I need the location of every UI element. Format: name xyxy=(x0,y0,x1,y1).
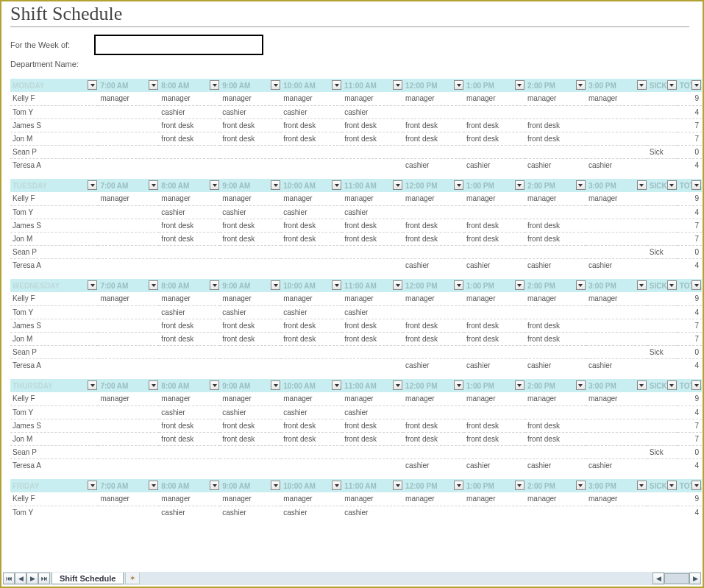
employee-name[interactable]: Tom Y xyxy=(10,205,98,219)
filter-dropdown-icon[interactable] xyxy=(637,180,647,190)
time-header[interactable]: 12:00 PM xyxy=(403,479,464,492)
shift-cell[interactable]: cashier xyxy=(464,258,525,272)
time-header[interactable]: 12:00 PM xyxy=(403,379,464,392)
filter-dropdown-icon[interactable] xyxy=(576,380,586,390)
shift-cell[interactable] xyxy=(403,506,464,519)
shift-cell[interactable] xyxy=(98,232,159,245)
shift-cell[interactable]: cashier xyxy=(281,305,342,319)
shift-cell[interactable]: cashier xyxy=(159,305,220,319)
time-header[interactable]: 3:00 PM xyxy=(586,179,647,192)
shift-cell[interactable]: cashier xyxy=(464,358,525,372)
filter-dropdown-icon[interactable] xyxy=(691,481,701,490)
shift-cell[interactable]: manager xyxy=(98,492,159,506)
shift-cell[interactable]: manager xyxy=(403,492,464,506)
time-header[interactable]: 1:00 PM xyxy=(464,279,525,292)
tab-nav-prev[interactable]: ◀ xyxy=(15,573,26,584)
shift-cell[interactable]: manager xyxy=(586,92,647,105)
shift-cell[interactable] xyxy=(464,506,525,519)
sick-cell[interactable] xyxy=(647,305,678,319)
sick-cell[interactable]: Sick xyxy=(647,445,678,458)
filter-dropdown-icon[interactable] xyxy=(454,180,463,190)
shift-cell[interactable] xyxy=(586,319,647,332)
filter-dropdown-icon[interactable] xyxy=(332,481,341,490)
total-cell[interactable]: 4 xyxy=(678,205,702,219)
shift-cell[interactable] xyxy=(403,405,464,419)
filter-dropdown-icon[interactable] xyxy=(332,80,341,90)
sick-cell[interactable] xyxy=(647,319,678,332)
employee-name[interactable]: Teresa A xyxy=(10,158,98,171)
shift-cell[interactable]: front desk xyxy=(525,332,586,345)
filter-dropdown-icon[interactable] xyxy=(637,481,647,490)
shift-cell[interactable]: manager xyxy=(586,492,647,506)
time-header[interactable]: 11:00 AM xyxy=(342,279,403,292)
sick-cell[interactable] xyxy=(647,432,678,445)
shift-cell[interactable] xyxy=(281,158,342,171)
tab-nav-first[interactable]: ⏮ xyxy=(3,573,15,584)
shift-cell[interactable]: manager xyxy=(98,92,159,105)
shift-cell[interactable]: manager xyxy=(98,392,159,405)
shift-cell[interactable]: cashier xyxy=(586,358,647,372)
total-header[interactable]: TOTAL xyxy=(678,179,702,192)
shift-cell[interactable] xyxy=(342,345,403,358)
shift-cell[interactable] xyxy=(525,105,586,118)
shift-cell[interactable]: cashier xyxy=(159,105,220,118)
employee-name[interactable]: Jon M xyxy=(10,132,98,145)
shift-cell[interactable]: cashier xyxy=(159,205,220,219)
sick-cell[interactable] xyxy=(647,506,678,519)
shift-cell[interactable]: manager xyxy=(281,292,342,305)
shift-cell[interactable]: cashier xyxy=(220,506,281,519)
shift-cell[interactable]: cashier xyxy=(281,405,342,419)
shift-cell[interactable] xyxy=(586,132,647,145)
total-cell[interactable]: 9 xyxy=(678,492,702,506)
time-header[interactable]: 1:00 PM xyxy=(464,379,525,392)
sick-cell[interactable] xyxy=(647,492,678,506)
shift-cell[interactable]: cashier xyxy=(342,205,403,219)
filter-dropdown-icon[interactable] xyxy=(88,280,97,290)
total-cell[interactable]: 4 xyxy=(678,405,702,419)
shift-cell[interactable]: front desk xyxy=(281,332,342,345)
shift-cell[interactable]: manager xyxy=(98,192,159,205)
total-cell[interactable]: 4 xyxy=(678,358,702,372)
day-header[interactable]: FRIDAY xyxy=(10,479,98,492)
sick-cell[interactable] xyxy=(647,358,678,372)
shift-cell[interactable]: front desk xyxy=(464,319,525,332)
shift-cell[interactable] xyxy=(98,419,159,432)
shift-cell[interactable]: manager xyxy=(464,492,525,506)
total-cell[interactable]: 7 xyxy=(678,118,702,132)
sick-cell[interactable] xyxy=(647,219,678,232)
time-header[interactable]: 7:00 AM xyxy=(98,479,159,492)
shift-cell[interactable] xyxy=(281,258,342,272)
shift-cell[interactable] xyxy=(342,458,403,472)
shift-cell[interactable] xyxy=(281,345,342,358)
time-header[interactable]: 11:00 AM xyxy=(342,479,403,492)
shift-cell[interactable] xyxy=(220,345,281,358)
time-header[interactable]: 1:00 PM xyxy=(464,179,525,192)
total-cell[interactable]: 4 xyxy=(678,105,702,118)
shift-cell[interactable] xyxy=(342,358,403,372)
shift-cell[interactable] xyxy=(220,445,281,458)
shift-cell[interactable] xyxy=(220,358,281,372)
shift-cell[interactable] xyxy=(403,445,464,458)
filter-dropdown-icon[interactable] xyxy=(515,180,525,190)
time-header[interactable]: 12:00 PM xyxy=(403,179,464,192)
shift-cell[interactable]: cashier xyxy=(342,405,403,419)
filter-dropdown-icon[interactable] xyxy=(454,380,463,390)
filter-dropdown-icon[interactable] xyxy=(332,280,341,290)
shift-cell[interactable]: cashier xyxy=(159,405,220,419)
employee-name[interactable]: James S xyxy=(10,419,98,432)
shift-cell[interactable] xyxy=(586,219,647,232)
shift-cell[interactable] xyxy=(342,145,403,158)
time-header[interactable]: 7:00 AM xyxy=(98,279,159,292)
filter-dropdown-icon[interactable] xyxy=(88,380,97,390)
employee-name[interactable]: Jon M xyxy=(10,232,98,245)
shift-cell[interactable]: front desk xyxy=(281,232,342,245)
employee-name[interactable]: Kelly F xyxy=(10,292,98,305)
hscroll-left[interactable]: ◀ xyxy=(653,573,664,584)
sick-header[interactable]: SICK? xyxy=(647,479,678,492)
filter-dropdown-icon[interactable] xyxy=(393,380,402,390)
employee-name[interactable]: Kelly F xyxy=(10,492,98,506)
sick-cell[interactable] xyxy=(647,392,678,405)
shift-cell[interactable] xyxy=(525,405,586,419)
filter-dropdown-icon[interactable] xyxy=(576,481,586,490)
shift-cell[interactable] xyxy=(586,145,647,158)
